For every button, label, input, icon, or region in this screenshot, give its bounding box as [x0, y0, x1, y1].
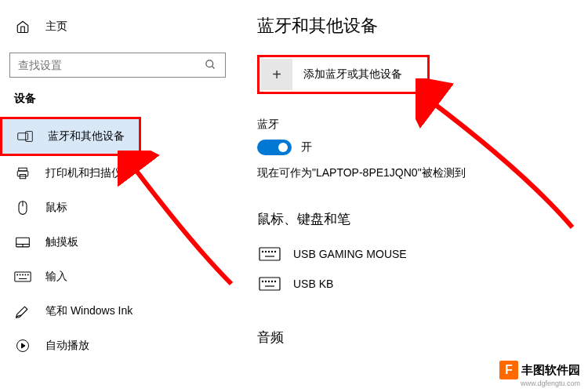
- bluetooth-section-label: 蓝牙: [257, 118, 572, 132]
- sidebar-item-touchpad[interactable]: 触摸板: [0, 225, 235, 260]
- svg-point-25: [271, 251, 272, 252]
- add-device-button[interactable]: + 添加蓝牙或其他设备: [261, 59, 426, 90]
- sidebar-item-bluetooth[interactable]: 蓝牙和其他设备: [2, 119, 139, 154]
- sidebar-item-label: 输入: [45, 270, 67, 284]
- sidebar-item-typing[interactable]: 输入: [0, 260, 235, 294]
- svg-point-26: [274, 251, 275, 252]
- svg-rect-12: [15, 272, 31, 281]
- sidebar-section-title: 设备: [0, 92, 235, 117]
- svg-line-1: [212, 66, 214, 68]
- sidebar-item-label: 打印机和扫描仪: [45, 166, 122, 180]
- annotation-highlight-add: + 添加蓝牙或其他设备: [257, 55, 430, 94]
- svg-rect-4: [19, 168, 27, 171]
- svg-rect-2: [18, 133, 28, 140]
- svg-point-14: [20, 274, 20, 275]
- printer-icon: [14, 165, 31, 182]
- svg-point-23: [265, 251, 266, 252]
- page-title: 蓝牙和其他设备: [257, 14, 572, 38]
- sidebar-item-autoplay[interactable]: 自动播放: [0, 328, 235, 363]
- svg-point-30: [265, 281, 266, 281]
- toggle-knob: [278, 143, 288, 152]
- sidebar-item-label: 自动播放: [45, 339, 89, 353]
- watermark-text: 丰图软件园: [521, 363, 580, 378]
- keyboard-icon: [14, 268, 31, 285]
- svg-rect-28: [260, 278, 280, 290]
- keyboard-icon: [257, 245, 282, 263]
- svg-point-24: [268, 251, 269, 252]
- svg-marker-20: [22, 343, 26, 348]
- search-input-container[interactable]: [9, 53, 226, 78]
- home-nav-item[interactable]: 主页: [0, 12, 235, 42]
- sidebar-item-label: 触摸板: [45, 235, 78, 249]
- pen-icon: [14, 303, 31, 320]
- add-device-label: 添加蓝牙或其他设备: [303, 67, 402, 82]
- search-input[interactable]: [18, 59, 205, 71]
- svg-point-15: [23, 274, 24, 275]
- svg-point-29: [262, 281, 263, 281]
- svg-point-33: [274, 281, 275, 281]
- touchpad-icon: [14, 234, 31, 251]
- svg-point-32: [271, 281, 272, 281]
- svg-rect-5: [17, 171, 28, 176]
- bluetooth-devices-icon: [16, 128, 34, 145]
- discoverable-text: 现在可作为"LAPTOP-8PE1JQN0"被检测到: [257, 166, 572, 180]
- toggle-status-label: 开: [301, 140, 312, 154]
- device-row[interactable]: USB KB: [257, 269, 572, 299]
- home-label: 主页: [45, 20, 67, 34]
- svg-point-22: [262, 251, 263, 252]
- device-row[interactable]: USB GAMING MOUSE: [257, 239, 572, 269]
- keyboard-icon: [257, 275, 282, 292]
- svg-point-0: [206, 60, 213, 67]
- sidebar-item-mouse[interactable]: 鼠标: [0, 191, 235, 225]
- watermark: F 丰图软件园 www.dgfengtu.com: [499, 361, 580, 387]
- svg-rect-21: [260, 248, 280, 260]
- sidebar-item-pen[interactable]: 笔和 Windows Ink: [0, 294, 235, 328]
- mouse-icon: [14, 199, 31, 216]
- sidebar-item-label: 笔和 Windows Ink: [45, 304, 132, 318]
- home-icon: [14, 18, 31, 35]
- bluetooth-toggle[interactable]: [257, 140, 292, 155]
- svg-point-16: [25, 274, 26, 275]
- sidebar-item-label: 鼠标: [45, 201, 67, 215]
- plus-icon: +: [261, 59, 292, 90]
- svg-point-31: [268, 281, 269, 281]
- section-mouse-keyboard-pen: 鼠标、键盘和笔: [257, 210, 572, 228]
- sidebar-item-label: 蓝牙和其他设备: [48, 129, 125, 143]
- watermark-url: www.dgfengtu.com: [499, 379, 580, 387]
- device-name: USB KB: [293, 278, 333, 290]
- watermark-logo: F: [499, 361, 518, 379]
- sidebar-item-printers[interactable]: 打印机和扫描仪: [0, 156, 235, 191]
- search-icon: [205, 59, 217, 71]
- svg-point-17: [27, 274, 28, 275]
- annotation-highlight-sidebar: 蓝牙和其他设备: [0, 117, 141, 156]
- section-audio: 音频: [257, 328, 572, 347]
- main-content: 蓝牙和其他设备 + 添加蓝牙或其他设备 蓝牙 开 现在可作为"LAPTOP-8P…: [235, 0, 588, 392]
- svg-point-13: [17, 274, 18, 275]
- device-name: USB GAMING MOUSE: [293, 248, 407, 260]
- settings-sidebar: 主页 设备 蓝牙和其他设备 打印机和扫描仪: [0, 0, 235, 392]
- autoplay-icon: [14, 337, 31, 354]
